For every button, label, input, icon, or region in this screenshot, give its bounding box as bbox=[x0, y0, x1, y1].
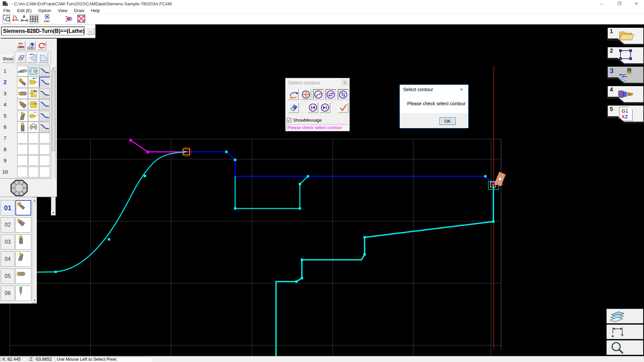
tool-grid-photo-cell[interactable] bbox=[17, 88, 28, 99]
machine-select[interactable]: Siemens-828D-Turn(B)==(Lathe) bbox=[1, 26, 85, 36]
measure-button[interactable] bbox=[606, 324, 643, 339]
contour-node-marker[interactable] bbox=[147, 151, 149, 154]
tool-grid-photo-cell[interactable] bbox=[17, 122, 28, 132]
tool-grid-schematic-cell[interactable] bbox=[28, 111, 39, 121]
cyan-pocket[interactable] bbox=[235, 176, 308, 208]
step-back-button[interactable] bbox=[308, 102, 318, 113]
tool-list-scrollbar[interactable]: ▲▼ bbox=[32, 197, 37, 303]
cyan-s-curve[interactable] bbox=[36, 152, 185, 272]
workflow-tab-3[interactable]: 3 bbox=[607, 66, 644, 84]
center-cross-button[interactable] bbox=[77, 14, 86, 23]
contour-node-marker[interactable] bbox=[296, 281, 298, 283]
tool-grid-schematic-cell[interactable] bbox=[28, 77, 39, 87]
contour-node-marker[interactable] bbox=[55, 271, 57, 273]
menu-item-draw[interactable]: Draw bbox=[71, 7, 88, 14]
workflow-tab-4[interactable]: 4 bbox=[607, 86, 644, 104]
stock-cylinder-button[interactable] bbox=[65, 14, 74, 23]
contour-node-marker[interactable] bbox=[301, 277, 303, 280]
magenta-open-contour[interactable] bbox=[130, 140, 185, 152]
end-point-button[interactable]: END bbox=[43, 14, 52, 23]
contour-node-marker[interactable] bbox=[108, 238, 110, 241]
tool-list-item[interactable] bbox=[15, 268, 31, 284]
tool-list-item[interactable] bbox=[15, 234, 31, 250]
workflow-tab-5[interactable]: 5G1XZ bbox=[607, 105, 644, 123]
measure-a-button[interactable]: A bbox=[20, 14, 29, 23]
menu-item-file[interactable]: File bbox=[0, 7, 14, 14]
tool-grid-photo-cell[interactable] bbox=[17, 99, 28, 110]
menu-item-view[interactable]: View bbox=[55, 7, 71, 14]
layers-button[interactable] bbox=[606, 309, 643, 323]
erase-button[interactable]: ERASE bbox=[288, 102, 299, 113]
tool-grid-preview-cell[interactable] bbox=[39, 99, 50, 110]
tool-grid-preview-cell[interactable] bbox=[39, 88, 50, 99]
contour-node-marker[interactable] bbox=[484, 175, 487, 178]
minimize-button[interactable]: – bbox=[595, 0, 608, 7]
tool-list-item[interactable] bbox=[15, 217, 31, 233]
contour-node-marker[interactable] bbox=[307, 175, 309, 178]
tool-grid-preview-cell[interactable] bbox=[39, 133, 50, 143]
xz-axes-button[interactable]: XZ bbox=[11, 14, 20, 23]
show-message-checkbox[interactable]: ✓ bbox=[287, 118, 291, 122]
tool-grid-schematic-cell[interactable] bbox=[28, 122, 39, 132]
workflow-tab-1[interactable]: 1 bbox=[607, 27, 644, 46]
workflow-tab-2[interactable]: 2 bbox=[607, 47, 644, 65]
filter-tool-button[interactable] bbox=[27, 53, 37, 63]
close-button[interactable]: × bbox=[630, 0, 643, 7]
tool-grid-preview-cell[interactable] bbox=[39, 66, 50, 76]
contour-node-marker[interactable] bbox=[299, 183, 301, 185]
tool-grid-preview-cell[interactable] bbox=[39, 111, 50, 121]
dialog-close-button[interactable]: × bbox=[456, 85, 467, 94]
restore-button[interactable] bbox=[613, 0, 626, 7]
tool-list-item[interactable] bbox=[15, 200, 31, 216]
menu-item-option[interactable]: Option bbox=[35, 7, 54, 14]
tool-grid-preview-cell[interactable] bbox=[39, 155, 50, 166]
swap-vertical-button[interactable] bbox=[338, 89, 348, 100]
machine-browse-button[interactable]: ... bbox=[86, 27, 95, 35]
contour-node-marker[interactable] bbox=[225, 151, 228, 153]
grid-button[interactable] bbox=[30, 14, 39, 23]
scroll-down-button[interactable]: ▼ bbox=[51, 210, 56, 215]
contour-node-marker[interactable] bbox=[129, 139, 132, 142]
tool-grid-schematic-cell[interactable] bbox=[28, 167, 39, 177]
contour-node-marker[interactable] bbox=[234, 159, 236, 161]
step-forward-button[interactable] bbox=[320, 102, 330, 113]
contour-node-marker[interactable] bbox=[144, 175, 146, 177]
dialog-ok-button[interactable]: OK bbox=[439, 117, 456, 125]
zoom-button[interactable] bbox=[606, 340, 643, 355]
tool-grid-preview-cell[interactable] bbox=[39, 122, 50, 132]
tool-grid-preview-cell[interactable] bbox=[39, 167, 50, 177]
turret-icon[interactable] bbox=[10, 180, 28, 196]
insert-mode-button[interactable]: Ins bbox=[16, 41, 25, 50]
tool-grid-schematic-cell[interactable] bbox=[28, 155, 39, 166]
contour-node-marker[interactable] bbox=[234, 207, 236, 210]
pick-element-button[interactable] bbox=[313, 89, 324, 100]
tool-grid-photo-cell[interactable] bbox=[17, 133, 28, 143]
cyan-right-profile[interactable] bbox=[276, 184, 493, 356]
menu-item-help[interactable]: Help bbox=[88, 7, 103, 14]
tool-grid-photo-cell[interactable] bbox=[17, 111, 28, 121]
erase-cells-button[interactable] bbox=[26, 41, 36, 50]
tool-grid-schematic-cell[interactable] bbox=[28, 66, 39, 76]
filter-insert-button[interactable] bbox=[16, 53, 26, 63]
tool-grid-schematic-cell[interactable] bbox=[28, 133, 39, 143]
tool-grid-schematic-cell[interactable] bbox=[28, 99, 39, 110]
tool-grid-photo-cell[interactable] bbox=[17, 155, 28, 166]
drawing-surface[interactable] bbox=[0, 0, 644, 362]
tool-grid-photo-cell[interactable] bbox=[17, 144, 28, 155]
reverse-contour-button[interactable] bbox=[288, 89, 299, 100]
tool-list-item[interactable] bbox=[15, 286, 31, 301]
refresh-button[interactable] bbox=[37, 41, 46, 50]
filter-profile-button[interactable] bbox=[38, 53, 48, 63]
contour-node-marker[interactable] bbox=[364, 236, 366, 239]
menu-item-edite[interactable]: Edit (E) bbox=[14, 7, 35, 14]
tool-grid-photo-cell[interactable] bbox=[17, 77, 28, 87]
contour-node-marker[interactable] bbox=[492, 221, 495, 223]
tool-grid-photo-cell[interactable] bbox=[17, 66, 28, 76]
swap-horizontal-button[interactable] bbox=[325, 89, 336, 100]
scrollbar-thumb[interactable] bbox=[52, 71, 55, 151]
tool-grid-schematic-cell[interactable] bbox=[28, 88, 39, 99]
cad-canvas[interactable] bbox=[0, 0, 644, 362]
scroll-up-button[interactable]: ▲ bbox=[32, 198, 37, 202]
move-point-button[interactable] bbox=[301, 89, 311, 100]
contour-node-marker[interactable] bbox=[299, 207, 301, 210]
